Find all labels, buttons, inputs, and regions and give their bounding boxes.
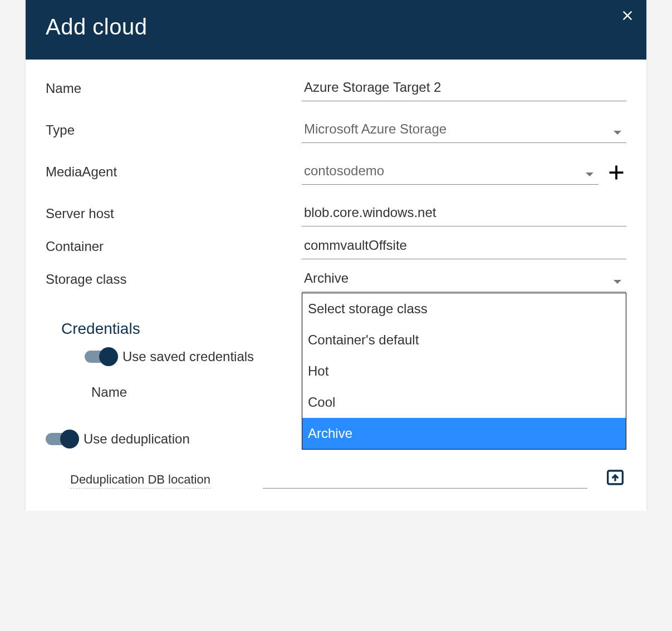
serverhost-label: Server host: [46, 206, 114, 221]
modal-title: Add cloud: [46, 14, 626, 40]
storageclass-dropdown[interactable]: Select storage class Container's default…: [302, 293, 626, 450]
use-deduplication-label: Use deduplication: [84, 431, 190, 447]
dedup-db-location-row: Deduplication DB location: [46, 464, 626, 489]
add-cloud-modal: Add cloud Name Type MediaAgent: [26, 0, 646, 511]
storageclass-select[interactable]: [302, 267, 626, 292]
type-select[interactable]: [302, 118, 626, 143]
dropdown-item-selected[interactable]: Archive: [302, 418, 626, 449]
upload-icon: [606, 469, 624, 486]
dropdown-item[interactable]: Cool: [302, 387, 626, 418]
modal-body: Name Type MediaAgent: [26, 60, 646, 511]
storageclass-value[interactable]: [302, 267, 626, 292]
plus-icon: [608, 164, 625, 181]
type-row: Type: [46, 118, 626, 143]
serverhost-row: Server host: [46, 201, 626, 226]
name-label: Name: [46, 81, 81, 96]
close-button[interactable]: [620, 8, 635, 23]
mediaagent-row: MediaAgent: [46, 160, 626, 185]
container-input[interactable]: [302, 234, 626, 259]
dedup-db-location-input[interactable]: [263, 464, 587, 489]
close-icon: [621, 9, 634, 22]
name-input[interactable]: [302, 76, 626, 101]
dropdown-item[interactable]: Hot: [302, 356, 626, 387]
browse-location-button[interactable]: [604, 469, 626, 489]
modal-header: Add cloud: [26, 0, 646, 60]
use-saved-credentials-toggle[interactable]: [85, 351, 117, 363]
mediaagent-value[interactable]: [302, 160, 599, 185]
serverhost-input[interactable]: [302, 201, 626, 226]
dedup-db-location-label: Deduplication DB location: [70, 472, 210, 489]
mediaagent-select[interactable]: [302, 160, 599, 185]
use-deduplication-toggle[interactable]: [46, 433, 78, 445]
add-mediaagent-button[interactable]: [606, 162, 626, 183]
dropdown-item[interactable]: Container's default: [302, 324, 626, 356]
container-row: Container: [46, 234, 626, 259]
storageclass-label: Storage class: [46, 272, 126, 287]
type-value[interactable]: [302, 118, 626, 143]
dropdown-item[interactable]: Select storage class: [302, 293, 626, 324]
storageclass-row: Storage class Select storage class Conta…: [46, 267, 626, 292]
credentials-name-label: Name: [91, 380, 127, 400]
use-saved-credentials-label: Use saved credentials: [122, 349, 254, 364]
container-label: Container: [46, 239, 104, 254]
name-row: Name: [46, 76, 626, 101]
mediaagent-label: MediaAgent: [46, 164, 117, 179]
type-label: Type: [46, 122, 75, 137]
